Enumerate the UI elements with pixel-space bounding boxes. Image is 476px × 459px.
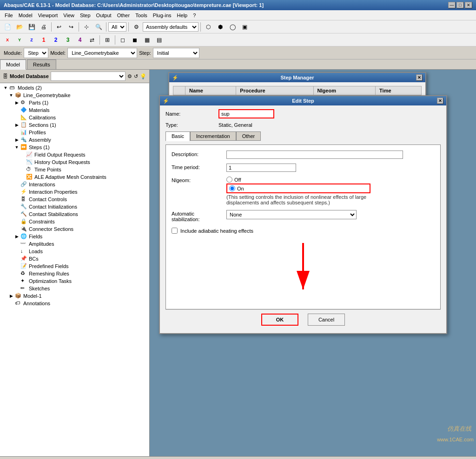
model-dropdown[interactable]: Line_Geometrybaike xyxy=(67,48,137,58)
tree-loads[interactable]: ↓ Loads xyxy=(1,248,148,255)
render-btn4[interactable]: ▤ xyxy=(153,35,165,45)
tree-history-output[interactable]: 📉 History Output Requests xyxy=(1,158,148,166)
tab-results[interactable]: Results xyxy=(27,59,56,69)
render-btn3[interactable]: ▦ xyxy=(141,35,152,45)
tree-profiles[interactable]: 📊 Profiles xyxy=(1,129,148,136)
open-btn[interactable]: 📂 xyxy=(14,22,25,32)
print-btn[interactable]: 🖨 xyxy=(38,22,49,32)
nlgeom-off-radio[interactable] xyxy=(226,177,232,183)
assembly-defaults-dropdown[interactable]: Assembly defaults xyxy=(143,22,198,32)
tree-ale-mesh[interactable]: 🔀 ALE Adaptive Mesh Constraints xyxy=(1,173,148,181)
name-input[interactable] xyxy=(218,109,274,118)
materials-icon: 🔷 xyxy=(20,107,27,113)
refresh-icon[interactable]: ↺ xyxy=(134,73,138,79)
tree-annotations[interactable]: 🏷 Annotations xyxy=(1,300,148,307)
bulb-icon[interactable]: 💡 xyxy=(140,73,146,79)
num1-btn[interactable]: 1 xyxy=(38,35,49,45)
tree-amplitudes[interactable]: 〰 Amplitudes xyxy=(1,240,148,248)
new-btn[interactable]: 📄 xyxy=(2,22,13,32)
num3-btn[interactable]: 3 xyxy=(62,35,73,45)
tree-calibrations[interactable]: 📐 Calibrations xyxy=(1,114,148,121)
step-dropdown[interactable]: Initial xyxy=(153,48,199,58)
tree-remeshing-rules[interactable]: ♻ Remeshing Rules xyxy=(1,270,148,277)
tree-constraints[interactable]: 🔒 Constraints xyxy=(1,218,148,225)
coord-btn3[interactable]: Z xyxy=(26,35,37,45)
tree-optimization-tasks[interactable]: ✦ Optimization Tasks xyxy=(1,277,148,285)
tree-interaction-props[interactable]: ⚡ Interaction Properties xyxy=(1,188,148,196)
num4-btn[interactable]: 4 xyxy=(74,35,86,45)
select-btn[interactable]: ⊹ xyxy=(81,22,92,32)
tree-contact-init[interactable]: 🔧 Contact Initializations xyxy=(1,203,148,210)
tree-steps[interactable]: ▼ ⏩ Steps (1) xyxy=(1,144,148,151)
view-btn4[interactable]: ▣ xyxy=(239,22,250,32)
view3d-btn[interactable]: ⬡ xyxy=(203,22,214,32)
tab-incrementation[interactable]: Incrementation xyxy=(190,131,236,141)
num2-btn[interactable]: 2 xyxy=(50,35,61,45)
menu-model[interactable]: Model xyxy=(16,12,35,19)
adiabatic-checkbox[interactable] xyxy=(172,228,178,234)
tree-line-geo[interactable]: ▼ 📦 Line_Geometrybaike xyxy=(1,92,148,99)
render-btn[interactable]: ◻ xyxy=(117,35,128,45)
zoom-btn[interactable]: 🔍 xyxy=(93,22,104,32)
all-dropdown[interactable]: All xyxy=(108,22,126,32)
redo-btn[interactable]: ↪ xyxy=(66,22,77,32)
menu-view[interactable]: View xyxy=(60,12,77,19)
tree-predefined-fields[interactable]: 📝 Predefined Fields xyxy=(1,262,148,270)
tree-fields[interactable]: ▶ 🌐 Fields xyxy=(1,233,148,240)
model-db-dropdown[interactable] xyxy=(51,72,126,81)
edit-step-close[interactable]: ✕ xyxy=(437,98,443,104)
close-button[interactable]: ✕ xyxy=(465,2,472,8)
menu-other[interactable]: Other xyxy=(114,12,133,19)
tab-model[interactable]: Model xyxy=(0,59,26,70)
assembly-btn[interactable]: ⚙ xyxy=(131,22,142,32)
tree-bcs[interactable]: 📌 BCs xyxy=(1,255,148,262)
minimize-button[interactable]: — xyxy=(448,2,456,8)
coord-btn1[interactable]: X xyxy=(2,35,13,45)
ok-button[interactable]: OK xyxy=(261,314,298,326)
mesh-btn[interactable]: ⊞ xyxy=(102,35,113,45)
nlgeom-on-radio[interactable] xyxy=(229,185,235,191)
coord-btn2[interactable]: Y xyxy=(14,35,25,45)
auto-stab-dropdown[interactable]: None xyxy=(226,210,357,219)
tree-time-points[interactable]: ⏱ Time Points xyxy=(1,166,148,173)
maximize-button[interactable]: □ xyxy=(456,2,464,8)
step-manager-close[interactable]: ✕ xyxy=(416,74,423,81)
tree-model1[interactable]: ▶ 📦 Model-1 xyxy=(1,292,148,300)
undo-btn[interactable]: ↩ xyxy=(53,22,65,32)
settings-icon[interactable]: ⚙ xyxy=(127,73,132,79)
auto-stab-label: Automatic stabilization: xyxy=(172,210,223,222)
save-btn[interactable]: 💾 xyxy=(26,22,37,32)
trans-btn[interactable]: ⇄ xyxy=(86,35,98,45)
menu-output[interactable]: Output xyxy=(93,12,114,19)
tree-contact-stab[interactable]: 🔨 Contact Stabilizations xyxy=(1,210,148,218)
render-btn2[interactable]: ◼ xyxy=(129,35,140,45)
menu-question[interactable]: ? xyxy=(190,12,198,19)
tree-connector-sections[interactable]: 🔌 Connector Sections xyxy=(1,225,148,233)
tree-interactions[interactable]: 🔗 Interactions xyxy=(1,181,148,188)
tab-other[interactable]: Other xyxy=(236,131,261,141)
module-dropdown[interactable]: Step xyxy=(24,48,48,58)
tree-sketches[interactable]: ✏ Sketches xyxy=(1,285,148,292)
tree-assembly[interactable]: ▶ 🔩 Assembly xyxy=(1,136,148,144)
time-period-input[interactable] xyxy=(226,164,296,172)
tab-basic[interactable]: Basic xyxy=(165,131,190,141)
tree-field-output[interactable]: 📈 Field Output Requests xyxy=(1,151,148,158)
cancel-button[interactable]: Cancel xyxy=(308,314,345,326)
menu-file[interactable]: File xyxy=(2,12,16,19)
tree-contact-controls[interactable]: 🎛 Contact Controls xyxy=(1,196,148,203)
menu-tools[interactable]: Tools xyxy=(132,12,150,19)
ale-icon: 🔀 xyxy=(26,174,33,180)
menu-plugins[interactable]: Plug-ins xyxy=(150,12,174,19)
time-period-label: Time period: xyxy=(172,164,223,170)
view-btn3[interactable]: ◯ xyxy=(227,22,238,32)
menu-step[interactable]: Step xyxy=(77,12,93,19)
description-input[interactable] xyxy=(226,151,403,159)
view-btn2[interactable]: ⬢ xyxy=(215,22,226,32)
expand-icon-amp xyxy=(14,242,20,246)
menu-viewport[interactable]: Viewport xyxy=(35,12,61,19)
tree-models[interactable]: ▼ 🗃 Models (2) xyxy=(1,84,148,92)
menu-help[interactable]: Help xyxy=(174,12,191,19)
tree-materials[interactable]: 🔷 Materials xyxy=(1,106,148,114)
tree-sections[interactable]: ▶ 📋 Sections (1) xyxy=(1,121,148,129)
tree-parts[interactable]: ▶ ⚙ Parts (1) xyxy=(1,99,148,106)
